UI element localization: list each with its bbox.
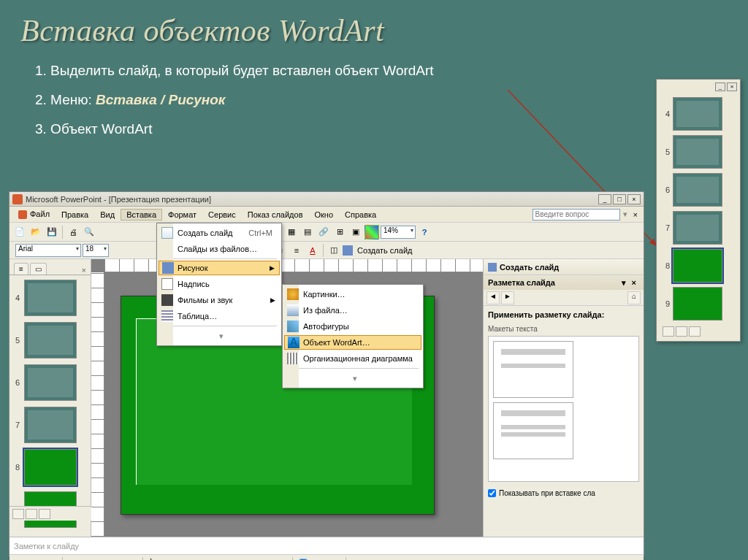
side-view-normal-icon[interactable] xyxy=(663,326,674,337)
task-fwd-icon[interactable]: ► xyxy=(501,291,514,304)
side-thumb-5[interactable] xyxy=(673,135,722,169)
menu-window[interactable]: Окно xyxy=(309,209,340,220)
task-home-icon[interactable]: ⌂ xyxy=(627,291,641,304)
notes-area[interactable]: Заметки к слайду xyxy=(9,537,644,554)
thumb-5[interactable] xyxy=(24,322,77,358)
menu-tools[interactable]: Сервис xyxy=(202,209,242,220)
line-color-icon[interactable]: ✎ xyxy=(312,556,327,561)
show-icon[interactable]: ▣ xyxy=(348,225,363,239)
font-combo[interactable]: Arial xyxy=(15,244,81,257)
diagram-icon[interactable]: ◈ xyxy=(243,556,257,561)
panel-close-icon[interactable]: × xyxy=(77,266,91,275)
slides-tab[interactable]: ▭ xyxy=(30,263,47,275)
menu-view[interactable]: Вид xyxy=(94,209,121,220)
pic-wordart[interactable]: AОбъект WordArt… xyxy=(284,335,421,350)
expand-icon[interactable]: ⊞ xyxy=(332,225,347,239)
arrow-icon[interactable]: ↘ xyxy=(162,556,177,561)
tables-icon[interactable]: ▤ xyxy=(300,225,315,239)
menu-slideshow[interactable]: Показ слайдов xyxy=(242,209,309,220)
layout-title[interactable] xyxy=(493,341,573,398)
color-icon[interactable] xyxy=(365,225,379,239)
side-thumb-7[interactable] xyxy=(673,211,722,245)
slide-panel: ≡ ▭ × 4 5 6 7 8 9 xyxy=(9,259,91,537)
new-slide-button[interactable]: Создать слайд xyxy=(354,246,415,255)
clipart-icon[interactable]: 🖼 xyxy=(259,556,273,561)
insert-textbox[interactable]: Надпись xyxy=(159,276,280,292)
menu-format[interactable]: Формат xyxy=(162,209,202,220)
wordart-icon[interactable]: A xyxy=(226,556,241,561)
table-icon[interactable]: ▦ xyxy=(284,225,299,239)
insert-new-slide[interactable]: Создать слайдCtrl+M xyxy=(159,225,280,241)
pic-from-file[interactable]: Из файла… xyxy=(284,302,421,318)
arrow-style-icon[interactable]: ⇉ xyxy=(381,556,396,561)
open-icon[interactable]: 📂 xyxy=(28,225,43,239)
select-icon[interactable]: ↖ xyxy=(66,556,80,561)
side-view-sorter-icon[interactable] xyxy=(676,326,687,337)
font-color2-icon[interactable]: A xyxy=(328,556,343,561)
hyperlink-icon[interactable]: 🔗 xyxy=(316,225,331,239)
sorter-view-icon[interactable] xyxy=(26,509,37,519)
doc-close-button[interactable]: × xyxy=(630,210,641,219)
font-color-icon[interactable]: A xyxy=(305,243,320,258)
thumb-8[interactable] xyxy=(24,449,77,486)
normal-view-icon[interactable] xyxy=(12,509,24,519)
task-back-icon[interactable]: ◄ xyxy=(486,291,500,304)
new-icon[interactable]: 📄 xyxy=(12,225,27,239)
line-icon[interactable]: ╲ xyxy=(146,556,161,561)
save-icon[interactable]: 💾 xyxy=(45,225,59,239)
pic-orgchart[interactable]: Организационная диаграмма xyxy=(284,350,421,367)
preview-icon[interactable]: 🔍 xyxy=(82,225,96,239)
side-close-icon[interactable]: × xyxy=(727,83,737,91)
close-button[interactable]: × xyxy=(627,194,641,204)
side-thumb-4[interactable] xyxy=(673,97,722,131)
3d-icon[interactable]: ◫ xyxy=(413,556,428,561)
print-icon[interactable]: 🖨 xyxy=(66,225,80,239)
insert-movie-sound[interactable]: Фильмы и звук▶ xyxy=(159,292,280,308)
side-thumb-6[interactable] xyxy=(673,173,722,207)
pic-expand[interactable]: ▾ xyxy=(284,370,421,386)
shadow-icon[interactable]: ◪ xyxy=(397,556,412,561)
picture-icon[interactable]: 🏔 xyxy=(275,556,289,561)
show-on-insert-checkbox[interactable] xyxy=(488,489,496,497)
thumb-7[interactable] xyxy=(24,407,77,443)
zoom-combo[interactable]: 14% xyxy=(381,226,416,239)
thumb-6[interactable] xyxy=(24,364,77,401)
size-combo[interactable]: 18 xyxy=(83,244,109,257)
line-style-icon[interactable]: ≡ xyxy=(349,556,364,561)
pic-clipart[interactable]: Картинки… xyxy=(284,286,421,302)
pic-autoshapes[interactable]: Автофигуры xyxy=(284,318,421,334)
dash-icon[interactable]: ┅ xyxy=(365,556,380,561)
oval-icon[interactable]: ○ xyxy=(194,556,209,561)
task-close-icon[interactable]: × xyxy=(629,278,639,287)
slideshow-view-icon[interactable] xyxy=(39,509,50,519)
outline-tab[interactable]: ≡ xyxy=(14,263,28,275)
side-thumb-8[interactable] xyxy=(673,249,722,283)
help-icon[interactable]: ? xyxy=(417,225,432,239)
insert-picture[interactable]: Рисунок▶ xyxy=(159,261,280,275)
help-dropdown-icon[interactable]: ▾ xyxy=(623,210,627,219)
fill-icon[interactable]: 🪣 xyxy=(296,556,310,561)
side-thumb-9[interactable] xyxy=(673,287,722,321)
window-title: Microsoft PowerPoint - [Презентация през… xyxy=(26,195,598,204)
maximize-button[interactable]: □ xyxy=(613,194,626,204)
textbox-icon[interactable]: ▢ xyxy=(210,556,225,561)
help-search-input[interactable] xyxy=(533,209,620,220)
layout-title-content[interactable] xyxy=(493,402,573,459)
menu-help[interactable]: Справка xyxy=(339,209,382,220)
minimize-button[interactable]: _ xyxy=(598,194,611,204)
new-slide-button-icon[interactable] xyxy=(343,245,353,256)
design-icon[interactable]: ◫ xyxy=(327,243,341,258)
thumb-4[interactable] xyxy=(24,280,77,316)
indent-inc-icon[interactable]: ≡ xyxy=(289,243,304,258)
insert-table[interactable]: Таблица… xyxy=(159,308,280,324)
side-min-icon[interactable]: _ xyxy=(715,83,725,91)
task-new-slide-header[interactable]: Создать слайд xyxy=(484,259,644,275)
menu-insert[interactable]: Вставка xyxy=(121,209,162,220)
menu-edit[interactable]: Правка xyxy=(56,209,94,220)
insert-expand[interactable]: ▾ xyxy=(159,328,280,344)
menu-file[interactable]: Файл xyxy=(12,208,56,220)
task-dropdown-icon[interactable]: ▾ xyxy=(619,278,629,288)
rect-icon[interactable]: ▭ xyxy=(178,556,193,561)
side-view-show-icon[interactable] xyxy=(689,326,701,337)
insert-slides-from-file[interactable]: Слайды из файлов… xyxy=(159,241,280,257)
